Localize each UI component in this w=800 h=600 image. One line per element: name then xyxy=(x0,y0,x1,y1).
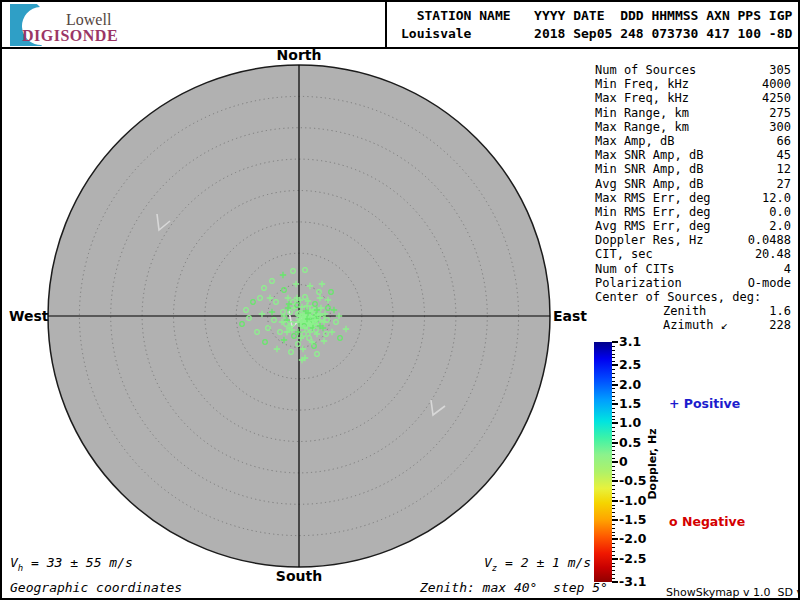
panel-row-label: Avg SNR Amp, dB xyxy=(586,177,703,191)
panel-row: Num of Sources305 xyxy=(586,63,796,77)
panel-row-value: 4250 xyxy=(762,91,796,105)
panel-row-label: Max Amp, dB xyxy=(586,134,674,148)
colorbar-tick-label: -1.5 xyxy=(619,513,655,527)
panel-row-value xyxy=(791,290,796,304)
panel-row-label: Center of Sources, deg: xyxy=(586,290,761,304)
compass-east-label: East xyxy=(553,308,587,324)
showskymap-window: Lowell DIGISONDE STATION NAME YYYY DATE … xyxy=(0,0,800,600)
panel-row: CIT, sec20.48 xyxy=(586,247,796,261)
doppler-colorbar xyxy=(594,342,612,582)
colorbar-major-tick xyxy=(612,422,618,424)
panel-row: Azimuth ↙228 xyxy=(586,318,796,332)
colorbar-major-tick xyxy=(612,461,618,463)
negative-doppler-legend: o Negative xyxy=(669,514,745,529)
colorbar-tick-label: 2.5 xyxy=(619,358,655,372)
panel-row: Avg RMS Err, deg2.0 xyxy=(586,219,796,233)
panel-row-value: 20.48 xyxy=(755,247,796,261)
panel-row: Min RMS Err, deg0.0 xyxy=(586,205,796,219)
panel-row-label: Zenith xyxy=(586,304,706,318)
panel-row-value: 305 xyxy=(769,63,796,77)
colorbar-axis-label: Doppler, Hz xyxy=(646,428,659,499)
colorbar-major-tick xyxy=(612,480,618,482)
colorbar-major-tick xyxy=(612,558,618,560)
colorbar-major-tick xyxy=(612,341,618,343)
colorbar-major-tick xyxy=(612,519,618,521)
panel-row-label: Min Range, km xyxy=(586,106,689,120)
panel-row-value: 27 xyxy=(777,177,796,191)
panel-row-value: 4000 xyxy=(762,77,796,91)
compass-north-label: North xyxy=(277,47,322,63)
colorbar-tick-label: -2.0 xyxy=(619,532,655,546)
panel-row-value: 1.6 xyxy=(769,304,796,318)
panel-row-value: 66 xyxy=(777,134,796,148)
panel-row-value: 2.0 xyxy=(769,219,796,233)
colorbar-major-tick xyxy=(612,581,618,583)
panel-row: Zenith1.6 xyxy=(586,304,796,318)
panel-row-label: Polarization xyxy=(586,276,682,290)
panel-row-label: Num of Sources xyxy=(586,63,696,77)
app-version-label: ShowSkymap v 1.0 SD v 5.1 xyxy=(666,586,800,599)
horizontal-velocity-readout: Vh = 33 ± 55 m/s xyxy=(10,555,133,573)
panel-row: PolarizationO-mode xyxy=(586,276,796,290)
panel-row-label: Min Freq, kHz xyxy=(586,77,689,91)
data-panel: Num of Sources305Min Freq, kHz4000Max Fr… xyxy=(586,63,796,333)
panel-row-value: 228 xyxy=(769,318,796,332)
panel-row: Avg SNR Amp, dB27 xyxy=(586,177,796,191)
panel-row-value: 45 xyxy=(777,148,796,162)
panel-row-value: 0.0488 xyxy=(748,233,796,247)
panel-row: Doppler Res, Hz0.0488 xyxy=(586,233,796,247)
panel-row-label: Azimuth ↙ xyxy=(586,318,728,332)
panel-row-label: Max Range, km xyxy=(586,120,689,134)
panel-row: Max Amp, dB66 xyxy=(586,134,796,148)
panel-row-value: 0.0 xyxy=(769,205,796,219)
colorbar-major-tick xyxy=(612,384,618,386)
panel-row-label: Num of CITs xyxy=(586,262,674,276)
panel-row-label: Max Freq, kHz xyxy=(586,91,689,105)
panel-row: Min Freq, kHz4000 xyxy=(586,77,796,91)
panel-row-label: CIT, sec xyxy=(586,247,653,261)
colorbar-tick-label: -3.1 xyxy=(619,575,655,589)
panel-row: Max RMS Err, deg12.0 xyxy=(586,191,796,205)
panel-row: Center of Sources, deg: xyxy=(586,290,796,304)
colorbar-tick-label: -2.5 xyxy=(619,552,655,566)
compass-west-label: West xyxy=(9,308,48,324)
positive-doppler-legend: + Positive xyxy=(669,396,740,411)
colorbar-major-tick xyxy=(612,538,618,540)
panel-row-value: 12.0 xyxy=(762,191,796,205)
panel-row-value: 4 xyxy=(784,262,796,276)
colorbar-major-tick xyxy=(612,364,618,366)
colorbar-major-tick xyxy=(612,403,618,405)
zenith-scale-note: Zenith: max 40° step 5° xyxy=(420,580,608,595)
colorbar-tick-label: 1.5 xyxy=(619,397,655,411)
panel-row-label: Doppler Res, Hz xyxy=(586,233,703,247)
panel-row: Max Range, km300 xyxy=(586,120,796,134)
panel-row-value: O-mode xyxy=(748,276,796,290)
panel-row-label: Max RMS Err, deg xyxy=(586,191,711,205)
colorbar-major-tick xyxy=(612,442,618,444)
vertical-velocity-readout: Vz = 2 ± 1 m/s xyxy=(484,555,591,573)
panel-row-label: Min SNR Amp, dB xyxy=(586,162,703,176)
colorbar-tick-label: 2.0 xyxy=(619,378,655,392)
panel-row: Min Range, km275 xyxy=(586,106,796,120)
colorbar-major-tick xyxy=(612,500,618,502)
panel-row-value: 300 xyxy=(769,120,796,134)
panel-row-value: 12 xyxy=(777,162,796,176)
panel-row: Num of CITs4 xyxy=(586,262,796,276)
compass-south-label: South xyxy=(276,568,322,584)
panel-row: Max SNR Amp, dB45 xyxy=(586,148,796,162)
colorbar-ticks xyxy=(612,342,618,582)
panel-row: Min SNR Amp, dB12 xyxy=(586,162,796,176)
colorbar-tick-label: 3.1 xyxy=(619,335,655,349)
panel-row-label: Max SNR Amp, dB xyxy=(586,148,703,162)
panel-row-value: 275 xyxy=(769,106,796,120)
panel-row-label: Avg RMS Err, deg xyxy=(586,219,711,233)
panel-row-label: Min RMS Err, deg xyxy=(586,205,711,219)
coordinate-system-label: Geographic coordinates xyxy=(10,580,182,595)
panel-row: Max Freq, kHz4250 xyxy=(586,91,796,105)
